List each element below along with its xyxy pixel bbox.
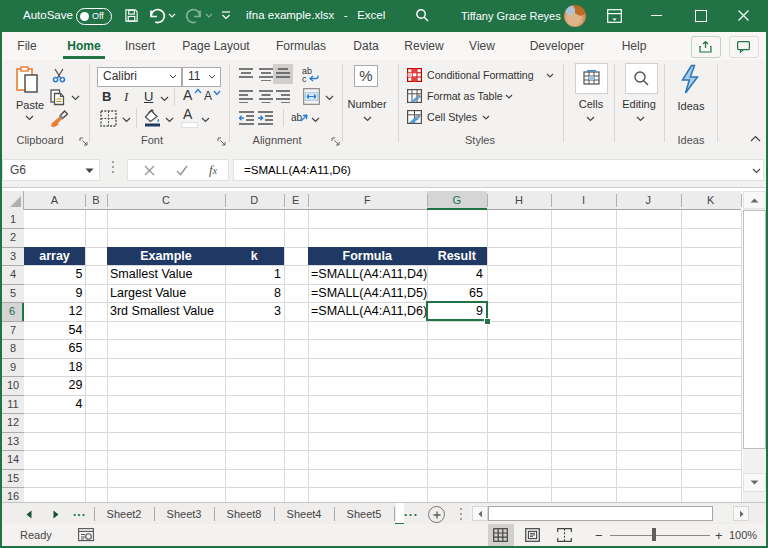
svg-text:c: c [302, 74, 307, 83]
svg-text:ab: ab [291, 112, 303, 123]
